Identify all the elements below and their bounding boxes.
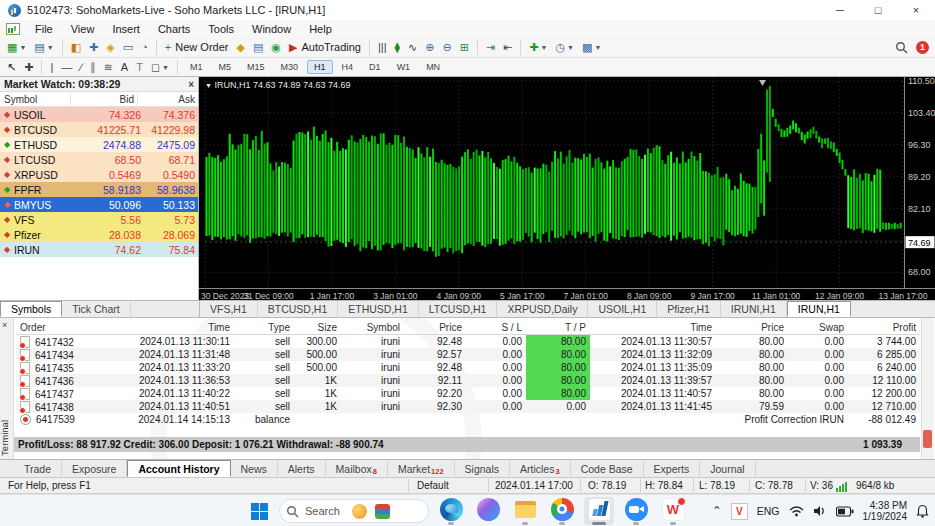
tab-code-base[interactable]: Code Base xyxy=(571,460,644,477)
new-chart-button[interactable]: ▦▼ xyxy=(4,39,29,56)
tab-alerts[interactable]: Alerts xyxy=(278,460,326,477)
tab-account-history[interactable]: Account History xyxy=(127,460,230,477)
timeframe-w1[interactable]: W1 xyxy=(390,60,418,74)
terminal-scrollbar[interactable] xyxy=(921,318,934,460)
start-button[interactable] xyxy=(246,498,272,524)
timeframe-h4[interactable]: H4 xyxy=(335,60,361,74)
timeframe-m15[interactable]: M15 xyxy=(240,60,272,74)
v-tray-icon[interactable]: V xyxy=(731,503,748,520)
market-watch-header[interactable]: SymbolBidAsk xyxy=(0,92,198,107)
wps-icon[interactable]: W xyxy=(658,498,688,525)
maximize-button[interactable]: □ xyxy=(859,0,897,20)
menu-insert[interactable]: Insert xyxy=(103,22,149,36)
timeframe-m30[interactable]: M30 xyxy=(274,60,306,74)
chrome-icon[interactable] xyxy=(547,498,577,525)
timeframe-m5[interactable]: M5 xyxy=(212,60,239,74)
order-row[interactable]: 64175392024.01.14 14:15:13balanceProfit … xyxy=(16,413,920,426)
auto-scroll-button[interactable]: ⇥ xyxy=(483,39,498,56)
mw-col-ask[interactable]: Ask xyxy=(137,94,198,105)
mw-col-symbol[interactable]: Symbol xyxy=(0,94,70,105)
market-watch-row-btcusd[interactable]: ◆BTCUSD41225.7141229.98 xyxy=(0,122,198,137)
market-watch-row-ethusd[interactable]: ◆ETHUSD2474.882475.09 xyxy=(0,137,198,152)
order-row[interactable]: 64174322024.01.13 11:30:11sell300.00irun… xyxy=(16,335,920,349)
market-watch-row-vfs[interactable]: ◆VFS5.565.73 xyxy=(0,212,198,227)
timeframe-m1[interactable]: M1 xyxy=(183,60,210,74)
language-indicator[interactable]: ENG xyxy=(757,505,780,517)
market-watch-row-usoil[interactable]: ◆USOIL74.32674.376 xyxy=(0,107,198,122)
timeframe-mn[interactable]: MN xyxy=(419,60,447,74)
col-price[interactable]: Price xyxy=(404,320,466,335)
market-watch-tab-tick-chart[interactable]: Tick Chart xyxy=(62,301,130,317)
zoom-out-button[interactable]: ⊖ xyxy=(439,39,454,56)
market-watch-row-pfizer[interactable]: ◆Pfizer28.03828.069 xyxy=(0,227,198,242)
cursor-tool[interactable]: ↖ xyxy=(4,59,19,76)
scrollbar-thumb[interactable] xyxy=(923,430,932,448)
channel-tool[interactable]: ∥ xyxy=(87,59,99,76)
candlesticks-button[interactable]: ⧫ xyxy=(392,39,403,56)
mt5-icon[interactable] xyxy=(584,497,614,525)
order-row[interactable]: 64174352024.01.13 11:33:20sell500.00irun… xyxy=(16,361,920,374)
market-watch-row-ltcusd[interactable]: ◆LTCUSD68.5068.71 xyxy=(0,152,198,167)
tile-windows-button[interactable]: ⊞ xyxy=(457,39,472,56)
profiles-button[interactable]: ▤▼ xyxy=(31,39,56,56)
strategy-tester-toggle[interactable]: ◔ xyxy=(138,39,151,56)
minimize-button[interactable]: ─ xyxy=(821,0,859,20)
close-button[interactable]: × xyxy=(897,0,935,20)
market-watch-row-irun[interactable]: ◆IRUN74.6275.84 xyxy=(0,242,198,257)
tab-articles[interactable]: Articles3 xyxy=(510,460,571,477)
periods-button[interactable]: ◷▼ xyxy=(552,39,577,56)
shapes-tool[interactable]: ◻▼ xyxy=(148,59,172,76)
tab-signals[interactable]: Signals xyxy=(455,460,510,477)
menu-help[interactable]: Help xyxy=(300,22,341,36)
horizontal-line-tool[interactable]: — xyxy=(58,59,75,76)
crosshair-tool[interactable]: ✚ xyxy=(21,59,36,76)
wifi-icon[interactable] xyxy=(789,505,804,517)
menu-tools[interactable]: Tools xyxy=(199,22,243,36)
vertical-line-tool[interactable]: | xyxy=(47,59,56,76)
tab-market[interactable]: Market122 xyxy=(388,460,455,477)
templates-button[interactable]: ▩▼ xyxy=(579,39,604,56)
text-tool[interactable]: A xyxy=(118,59,131,76)
print-button[interactable]: ▤ xyxy=(250,39,266,56)
tab-exposure[interactable]: Exposure xyxy=(62,460,127,477)
col-time[interactable]: Time xyxy=(116,320,234,335)
chart-tab-iruni-h1[interactable]: IRUNI,H1 xyxy=(721,301,787,317)
chart-tab-ethusd-h1[interactable]: ETHUSD,H1 xyxy=(338,301,419,317)
autotrading-button[interactable]: ▶AutoTrading xyxy=(286,39,364,56)
chart-panel[interactable]: 110.50103.4096.3089.2082.1068.0074.6930 … xyxy=(199,77,935,300)
sounds-button[interactable]: ◉ xyxy=(268,39,284,56)
chart-tab-xrpusd-daily[interactable]: XRPUSD,Daily xyxy=(497,301,588,317)
market-watch-row-xrpusd[interactable]: ◆XRPUSD0.54690.5490 xyxy=(0,167,198,182)
label-tool[interactable]: T xyxy=(133,59,146,76)
chart-tab-usoil-h1[interactable]: USOIL,H1 xyxy=(588,301,657,317)
tray-chevron-icon[interactable]: ⌃ xyxy=(712,504,722,518)
col-time[interactable]: Time xyxy=(590,320,716,335)
bar-chart-button[interactable]: ||| xyxy=(375,39,390,56)
col-size[interactable]: Size xyxy=(294,320,341,335)
menu-charts[interactable]: Charts xyxy=(149,22,199,36)
chart-tab-ltcusd-h1[interactable]: LTCUSD,H1 xyxy=(419,301,498,317)
col-swap[interactable]: Swap xyxy=(788,320,848,335)
copilot-icon[interactable] xyxy=(473,498,503,525)
line-chart-button[interactable]: ∿ xyxy=(405,39,420,56)
search-input[interactable]: Search xyxy=(279,499,429,523)
indicators-button[interactable]: ✚▼ xyxy=(526,39,550,56)
clock[interactable]: 4:38 PM1/19/2024 xyxy=(863,500,908,522)
tab-news[interactable]: News xyxy=(231,460,278,477)
market-watch-tab-symbols[interactable]: Symbols xyxy=(0,301,62,317)
order-row[interactable]: 64174342024.01.13 11:31:48sell500.00irun… xyxy=(16,348,920,361)
price-chart[interactable]: 110.50103.4096.3089.2082.1068.0074.6930 … xyxy=(199,77,935,300)
order-row[interactable]: 64174362024.01.13 11:36:53sell1Kiruni92.… xyxy=(16,374,920,387)
timeframe-h1[interactable]: H1 xyxy=(307,60,333,74)
chart-tab-pfizer-h1[interactable]: Pfizer,H1 xyxy=(657,301,721,317)
col-symbol[interactable]: Symbol xyxy=(341,320,404,335)
chart-window-icon[interactable] xyxy=(6,23,20,35)
profile-selector[interactable]: Default xyxy=(417,480,449,491)
col-order[interactable]: Order xyxy=(16,320,116,335)
tab-experts[interactable]: Experts xyxy=(644,460,701,477)
edge-icon[interactable] xyxy=(436,498,466,525)
battery-icon[interactable] xyxy=(836,506,854,517)
chart-tab-vfs-h1[interactable]: VFS,H1 xyxy=(200,301,258,317)
mw-col-bid[interactable]: Bid xyxy=(70,94,137,105)
notifications-badge[interactable]: 1 xyxy=(916,41,929,54)
